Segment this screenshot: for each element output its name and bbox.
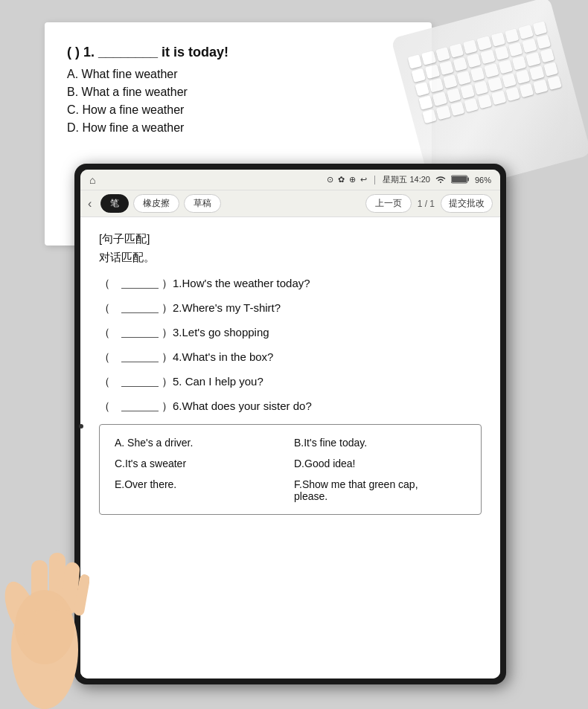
svg-rect-8 — [467, 177, 469, 181]
bg-option-b: B. What a fine weather — [67, 86, 409, 99]
status-icon-3: ⊕ — [349, 175, 356, 185]
battery-indicator — [451, 175, 470, 185]
status-right: ⊙ ✿ ⊕ ↩ 星期五 14:20 — [327, 174, 491, 185]
q-blank-2[interactable] — [121, 301, 159, 313]
datetime: 星期五 14:20 — [383, 174, 430, 185]
q-bracket-1: （ — [99, 277, 114, 291]
q-bracket-2: （ — [99, 301, 114, 315]
q-text-2: ）2.Where's my T-shirt? — [162, 301, 281, 315]
status-left: ⌂ — [89, 174, 101, 186]
q-bracket-3: （ — [99, 326, 114, 340]
submit-button[interactable]: 提交批改 — [441, 194, 493, 213]
answer-e: E.Over there. — [115, 478, 287, 502]
q-text-3: ）3.Let's go shopping — [162, 326, 269, 340]
answer-box: A. She's a driver. B.It's fine today. C.… — [99, 424, 482, 515]
tool-pen[interactable]: 笔 — [100, 194, 129, 213]
question-item: （ ）6.What does your sister do? — [99, 400, 482, 414]
questions-list: （ ）1.How's the weather today? （ ）2.Where… — [99, 277, 482, 414]
answer-f: F.Show me that green cap,please. — [294, 478, 466, 502]
bg-question-line: ( ) 1. ________ it is today! — [67, 45, 409, 60]
wifi-icon — [435, 175, 447, 185]
back-button[interactable]: ‹ — [88, 197, 92, 211]
answer-c: C.It's a sweater — [115, 458, 287, 469]
ereader-device: ⌂ ⊙ ✿ ⊕ ↩ 星期五 14:20 — [74, 164, 506, 684]
toolbar: ‹ 笔 橡皮擦 草稿 上一页 1 / 1 提交批改 — [80, 190, 500, 217]
question-item: （ ）5. Can I help you? — [99, 375, 482, 389]
bg-option-a: A. What fine weather — [67, 68, 409, 81]
q-blank-5[interactable] — [121, 375, 159, 387]
answer-a: A. She's a driver. — [115, 437, 287, 449]
ereader-screen: ⌂ ⊙ ✿ ⊕ ↩ 星期五 14:20 — [80, 170, 500, 678]
question-item: （ ）4.What's in the box? — [99, 350, 482, 365]
bg-option-d: D. How fine a weather — [67, 121, 409, 135]
q-bracket-4: （ — [99, 350, 114, 365]
q-bracket-6: （ — [99, 400, 114, 414]
tool-draft[interactable]: 草稿 — [184, 194, 221, 213]
home-icon[interactable]: ⌂ — [89, 174, 95, 186]
q-blank-1[interactable] — [121, 277, 159, 289]
q-text-5: ）5. Can I help you? — [162, 375, 263, 389]
q-blank-6[interactable] — [121, 400, 159, 411]
question-item: （ ）2.Where's my T-shirt? — [99, 301, 482, 315]
question-item: （ ）3.Let's go shopping — [99, 326, 482, 340]
hand — [0, 411, 89, 709]
status-icon-back: ↩ — [360, 175, 367, 185]
page-info: 上一页 1 / 1 提交批改 — [365, 194, 493, 213]
answer-b: B.It's fine today. — [294, 437, 466, 449]
svg-rect-9 — [452, 176, 467, 182]
battery-percent: 96% — [475, 176, 491, 185]
status-icon-2: ✿ — [338, 175, 345, 185]
question-item: （ ）1.How's the weather today? — [99, 277, 482, 291]
status-divider — [374, 176, 375, 185]
q-blank-3[interactable] — [121, 326, 159, 338]
q-text-6: ）6.What does your sister do? — [162, 400, 312, 414]
page-number: 1 / 1 — [418, 199, 435, 209]
svg-point-6 — [15, 590, 74, 664]
q-text-4: ）4.What's in the box? — [162, 350, 273, 365]
section-subtitle: 对话匹配。 — [99, 251, 482, 265]
status-bar: ⌂ ⊙ ✿ ⊕ ↩ 星期五 14:20 — [80, 170, 500, 190]
q-text-1: ）1.How's the weather today? — [162, 277, 310, 291]
answer-d: D.Good idea! — [294, 458, 466, 469]
status-icon-1: ⊙ — [327, 175, 333, 185]
content-area: [句子匹配] 对话匹配。 （ ）1.How's the weather toda… — [80, 217, 500, 678]
tool-eraser[interactable]: 橡皮擦 — [133, 194, 179, 213]
answer-grid: A. She's a driver. B.It's fine today. C.… — [115, 437, 466, 502]
bg-option-c: C. How a fine weather — [67, 103, 409, 117]
section-title: [句子匹配] — [99, 232, 482, 246]
q-blank-4[interactable] — [121, 350, 159, 362]
prev-page-button[interactable]: 上一页 — [365, 194, 412, 213]
q-bracket-5: （ — [99, 375, 114, 389]
